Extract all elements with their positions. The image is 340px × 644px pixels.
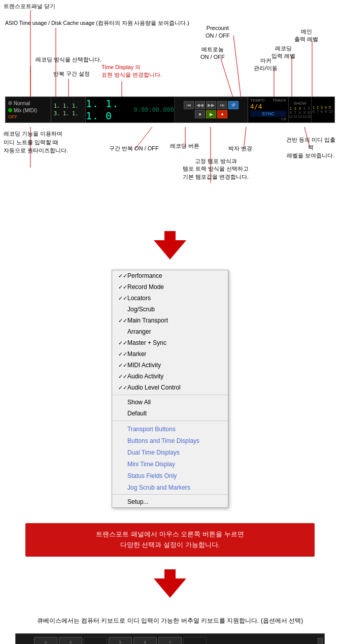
menu-item-audio-level[interactable]: ✓ Audio Level Control xyxy=(112,382,228,393)
metronome-label: 메트로놈ON / OFF xyxy=(200,46,225,61)
main-output-label: 메인출력 레벨 xyxy=(294,28,318,44)
mix-mode: Mix (MIDI) xyxy=(8,108,48,113)
menu-item-record-mode[interactable]: ✓ Record Mode xyxy=(112,281,228,293)
loop-label: 반복 구간 설정 xyxy=(53,70,90,78)
info-box-text: 트랜스포트 패널에서 마우스 오른쪽 버튼을 누르면다양한 선택과 설정이 가능… xyxy=(96,530,244,549)
show-section[interactable]: SHOW 1 2 3 4 5 6 7 8 9 10 11 12 13 14 15 xyxy=(289,97,312,122)
mode-section[interactable]: Normal Mix (MIDI) OFF xyxy=(6,97,51,122)
keyboard-description: 큐베이스에서는 컴퓨터 키보드로 미디 입력이 가능한 버추얼 키보드를 지원합… xyxy=(5,616,335,626)
menu-item-audio-activity[interactable]: ✓ Audio Activity xyxy=(112,371,228,382)
tempo-section[interactable]: TEMPO TRACK 4/4 SYNC Off xyxy=(248,97,289,122)
close-label: 트랜스포트패널 닫기 xyxy=(4,3,55,10)
check-record-mode: ✓ xyxy=(118,284,127,291)
check-audio-activity: ✓ xyxy=(118,373,127,380)
black-keys-row: 2 3 5 6 7 xyxy=(18,637,322,644)
record-btn[interactable]: ● xyxy=(217,110,227,118)
marker-grid: 1 2 3 4 5 6 7 8 9 10 11 12 13 14 15 xyxy=(289,107,311,118)
menu-item-show-all[interactable]: Show All xyxy=(112,397,228,408)
sync-btn[interactable]: SYNC xyxy=(250,111,286,117)
menu-item-arranger[interactable]: Arranger xyxy=(112,326,228,337)
time-display[interactable]: 1. 1. 1. 0 0:00:00.000 xyxy=(86,97,175,122)
rewind-btn[interactable]: ⏮ xyxy=(184,101,194,109)
locators-section[interactable]: 1. 1. 1. 3. 1. 1. xyxy=(51,97,86,122)
svg-line-5 xyxy=(233,36,241,99)
menu-item-setup[interactable]: Setup... xyxy=(112,496,228,507)
menu-item-jog-scrub-markers[interactable]: Jog Scrub and Markers xyxy=(112,481,228,493)
play-btn[interactable]: ▶ xyxy=(206,110,216,118)
divider-1 xyxy=(112,395,228,395)
menu-item-marker[interactable]: ✓ Marker xyxy=(112,348,228,360)
menu-item-transport-buttons[interactable]: Transport Buttons xyxy=(112,423,228,434)
menu-item-main-transport[interactable]: ✓ Main Transport xyxy=(112,315,228,326)
time-secondary: 0:00:00.000 xyxy=(134,106,174,113)
mode-indicator xyxy=(8,101,12,105)
beat-label: 박자 변경 xyxy=(228,145,252,152)
menu-item-status-fields[interactable]: Status Fields Only xyxy=(112,469,228,481)
check-main-transport: ✓ xyxy=(118,317,127,324)
asio-label: ASIO Time usage / Disk Cache usage (컴퓨터의… xyxy=(5,19,189,27)
quantize-label: 레코딩 기능을 이용하며미디 노트를 입력할 때자동으로 퀀타이즈합니다. xyxy=(4,130,68,155)
check-marker: ✓ xyxy=(118,351,127,358)
time-display-label: Time Display 의표현 방식을 변경합니다. xyxy=(101,63,162,79)
svg-line-7 xyxy=(221,58,233,99)
keyboard-section: 큐베이스에서는 컴퓨터 키보드로 미디 입력이 가능한 버추얼 키보드를 지원합… xyxy=(0,605,340,644)
activity-grid: 1 2 3 4 5 6 7 8 9 10 xyxy=(313,106,333,113)
key-spacer-2 xyxy=(183,637,207,644)
info-box: 트랜스포트 패널에서 마우스 오른쪽 버튼을 누르면다양한 선택과 설정이 가능… xyxy=(25,523,315,557)
loop-btn[interactable]: ↺ xyxy=(228,101,239,109)
arrow-2 xyxy=(0,562,340,605)
arrow-1 xyxy=(0,223,340,267)
check-midi-activity: ✓ xyxy=(118,362,127,369)
tempo-value: 4/4 xyxy=(250,103,286,110)
menu-item-buttons-displays[interactable]: Buttons and Time Displays xyxy=(112,434,228,446)
tempo-desc-label: 고정 템포 방식과템포 트랙 방식을 선택하고기본 템포값을 변경합니다. xyxy=(183,157,249,181)
context-menu[interactable]: ✓ Performance ✓ Record Mode ✓ Locators J… xyxy=(112,270,228,508)
menu-item-dual-displays[interactable]: Dual Time Displays xyxy=(112,446,228,458)
check-locators: ✓ xyxy=(118,295,127,302)
check-audio-level: ✓ xyxy=(118,384,127,391)
divider-3 xyxy=(112,494,228,495)
virtual-keyboard[interactable]: 2 3 5 6 7 Q xyxy=(15,633,325,644)
btn-row-2: ■ ▶ ● xyxy=(195,110,227,118)
key-spacer-1 xyxy=(84,637,107,644)
locator-2: 3. 1. 1. xyxy=(54,111,83,116)
menu-item-performance[interactable]: ✓ Performance xyxy=(112,270,228,281)
menu-item-midi-activity[interactable]: ✓ MIDI Activity xyxy=(112,360,228,371)
marker-mgmt-label: 마커관리/이동 xyxy=(254,57,278,73)
tempo-header: TEMPO TRACK xyxy=(250,98,286,103)
divider-2 xyxy=(112,421,228,421)
menu-item-locators[interactable]: ✓ Locators xyxy=(112,293,228,304)
normal-mode: Normal xyxy=(8,101,48,106)
off-indicator: OFF xyxy=(8,114,48,119)
activity-section: 1 2 3 4 5 6 7 8 9 10 xyxy=(312,97,334,122)
key-6[interactable]: 6 xyxy=(133,637,157,644)
mix-indicator xyxy=(8,108,12,112)
menu-item-default[interactable]: Default xyxy=(112,408,228,419)
menu-item-master-sync[interactable]: ✓ Master + Sync xyxy=(112,337,228,348)
transport-buttons[interactable]: ⏮ ◀◀ ▶▶ ⏭ ↺ ■ ▶ ● xyxy=(175,97,248,122)
precount-label: PrecountON / OFF xyxy=(206,24,230,40)
key-3[interactable]: 3 xyxy=(59,637,82,644)
time-main: 1. 1. 1. 0 xyxy=(86,98,130,122)
loop-on-off-label: 구간 반복 ON / OFF xyxy=(109,145,159,152)
end-btn[interactable]: ⏭ xyxy=(217,101,227,109)
forward-btn[interactable]: ▶▶ xyxy=(206,101,216,109)
record-mode-label: 레코딩 방식을 선택합니다. xyxy=(36,56,101,63)
back-btn[interactable]: ◀◀ xyxy=(195,101,205,109)
key-2[interactable]: 2 xyxy=(34,637,57,644)
scroll-indicator[interactable]: ▶ xyxy=(318,638,323,644)
record-btn-label: 레코딩 버튼 xyxy=(170,142,199,150)
key-5[interactable]: 5 xyxy=(109,637,132,644)
transport-section: 트랜스포트패널 닫기 ASIO Time usage / Disk Cache … xyxy=(3,0,337,223)
stop-btn[interactable]: ■ xyxy=(195,110,205,118)
menu-item-jog-scrub[interactable]: Jog/Scrub xyxy=(112,304,228,315)
check-master-sync: ✓ xyxy=(118,340,127,346)
menu-item-mini-time[interactable]: Mini Time Display xyxy=(112,458,228,469)
menu-section: ✓ Performance ✓ Record Mode ✓ Locators J… xyxy=(0,267,340,518)
check-performance: ✓ xyxy=(118,273,127,279)
locator-1: 1. 1. 1. xyxy=(54,103,83,109)
transport-bar[interactable]: Normal Mix (MIDI) OFF 1. 1. 1. 3. 1. 1. … xyxy=(5,96,335,123)
midi-label: 건반 등의 미디 입출력레벨을 보여줍니다. xyxy=(284,136,337,159)
btn-row-1: ⏮ ◀◀ ▶▶ ⏭ ↺ xyxy=(184,101,239,109)
key-7[interactable]: 7 xyxy=(158,637,182,644)
